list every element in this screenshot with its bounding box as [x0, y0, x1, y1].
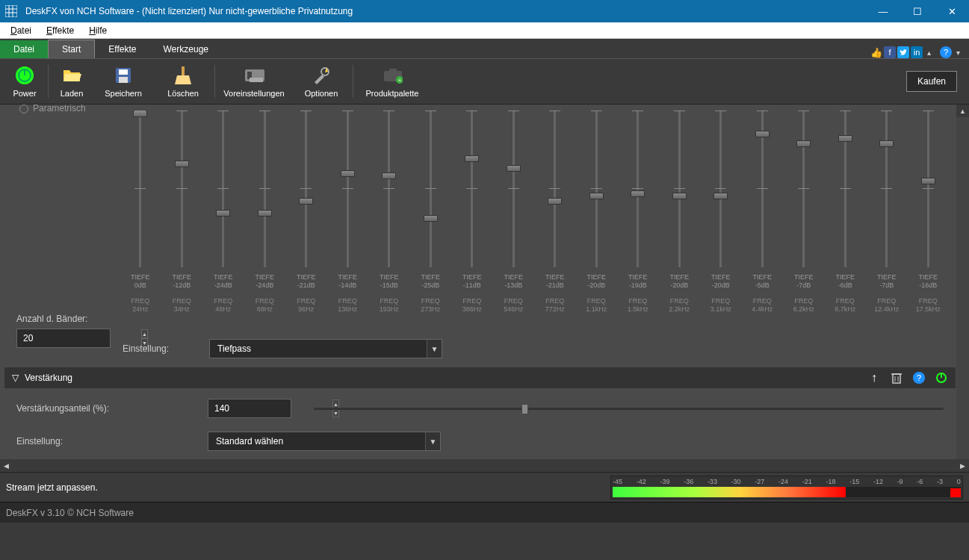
move-up-icon[interactable]: ↑ [867, 371, 881, 385]
minimize-button[interactable]: — [866, 0, 900, 22]
eq-slider[interactable] [678, 111, 681, 267]
clear-label: Löschen [167, 89, 199, 98]
twitter-icon[interactable] [897, 46, 909, 58]
eq-band: TIEFE-20dBFREQ3.1kHz [700, 108, 742, 314]
menu-file[interactable]: Datei [4, 24, 37, 37]
eq-slider[interactable] [595, 111, 598, 267]
parametric-radio[interactable] [19, 105, 28, 113]
eq-slider[interactable] [554, 111, 556, 267]
tab-start[interactable]: Start [48, 40, 95, 58]
meter-tick: -33 [708, 478, 717, 485]
spin-up-icon[interactable]: ▲ [141, 329, 148, 338]
eq-band: TIEFE-25dBFREQ273Hz [410, 108, 452, 314]
horizontal-scrollbar[interactable]: ◀ ▶ [0, 459, 969, 472]
eq-slider[interactable] [264, 111, 266, 267]
menu-effects[interactable]: Effekte [40, 24, 80, 37]
suite-icon: + [382, 65, 403, 86]
eq-slider[interactable] [844, 111, 846, 267]
eq-freq-label: FREQ1.1kHz [586, 297, 607, 314]
help-icon[interactable]: ? [912, 371, 926, 385]
eq-slider[interactable] [719, 111, 722, 267]
eq-slider[interactable] [802, 111, 805, 267]
eq-freq-label: FREQ546Hz [504, 297, 523, 314]
menu-help[interactable]: Hilfe [83, 24, 113, 37]
broom-icon [173, 65, 194, 86]
thumbs-up-icon[interactable]: 👍 [870, 47, 882, 58]
meter-tick: -21 [802, 478, 812, 485]
load-button[interactable]: Laden [50, 60, 93, 103]
eq-slider[interactable] [471, 111, 473, 267]
eq-freq-label: FREQ34Hz [173, 297, 191, 314]
svg-rect-11 [182, 66, 185, 75]
eq-slider[interactable] [513, 111, 515, 267]
meter-tick: -39 [660, 478, 669, 485]
help-icon[interactable]: ? [940, 46, 952, 58]
collapse-icon[interactable]: ▽ [12, 373, 19, 383]
eq-slider[interactable] [222, 111, 224, 267]
amp-header[interactable]: ▽ Verstärkung ↑ ? [4, 367, 956, 388]
chevron-icon[interactable]: ▴ [927, 49, 931, 57]
eq-band: TIEFE-16dBFREQ17.5kHz [908, 108, 950, 314]
tools-icon [311, 65, 332, 86]
eq-slider[interactable] [430, 111, 432, 267]
buy-button[interactable]: Kaufen [906, 71, 957, 92]
eq-band: TIEFE-20dBFREQ2.2kHz [659, 108, 701, 314]
scroll-up-icon[interactable]: ▲ [956, 105, 969, 117]
maximize-button[interactable]: ☐ [900, 0, 935, 22]
meter-tick: -42 [637, 478, 646, 485]
presets-icon [244, 65, 264, 86]
amp-setting-combo[interactable]: Standard wählen ▼ [208, 432, 441, 451]
eq-band: TIEFE-21dBFREQ96Hz [285, 108, 327, 314]
options-label: Optionen [305, 89, 338, 98]
eq-slider[interactable] [637, 111, 639, 267]
eq-slider[interactable] [885, 111, 888, 267]
amp-spinner[interactable]: ▲▼ [208, 399, 291, 418]
chevron-down-icon[interactable]: ▼ [425, 432, 440, 450]
amp-section: ▽ Verstärkung ↑ ? Verstärkungsanteil (%)… [4, 367, 956, 458]
save-icon [113, 65, 134, 86]
amp-slider[interactable] [314, 403, 944, 414]
eq-band: TIEFE-7dBFREQ6.2kHz [783, 108, 825, 314]
facebook-icon[interactable]: f [884, 46, 896, 58]
tab-file[interactable]: Datei [0, 40, 48, 58]
eq-band: TIEFE-24dBFREQ48Hz [202, 108, 244, 314]
meter-tick: -6 [917, 478, 923, 485]
scroll-right-icon[interactable]: ▶ [956, 459, 969, 472]
eq-slider[interactable] [347, 111, 349, 267]
dropdown-icon[interactable]: ▾ [956, 49, 960, 57]
eq-slider[interactable] [305, 111, 307, 267]
eq-freq-label: FREQ24Hz [131, 297, 149, 314]
eq-depth-label: TIEFE-13dB [504, 273, 523, 290]
eq-depth-label: TIEFE-16dB [918, 273, 938, 290]
bands-label: Anzahl d. Bänder: [16, 314, 111, 324]
meter-tick: 0 [957, 478, 961, 485]
trash-icon[interactable] [890, 371, 903, 385]
tab-tools[interactable]: Werkzeuge [150, 40, 222, 58]
eq-freq-label: FREQ48Hz [214, 297, 232, 314]
eq-depth-label: TIEFE-25dB [421, 273, 440, 290]
eq-slider[interactable] [761, 111, 764, 267]
scroll-left-icon[interactable]: ◀ [0, 459, 13, 472]
section-power-icon[interactable] [935, 371, 948, 385]
load-label: Laden [61, 89, 84, 98]
eq-slider[interactable] [181, 111, 183, 267]
presets-button[interactable]: Voreinstellungen [217, 60, 291, 103]
svg-text:+: + [398, 77, 402, 84]
vertical-scrollbar[interactable]: ▲ ▼ [956, 105, 969, 472]
eq-setting-combo[interactable]: Tiefpass ▼ [209, 339, 442, 358]
options-button[interactable]: Optionen [291, 60, 351, 103]
clear-button[interactable]: Löschen [153, 60, 213, 103]
close-button[interactable]: ✕ [935, 0, 969, 22]
eq-sliders: TIEFE0dBFREQ24HzTIEFE-12dBFREQ34HzTIEFE-… [120, 108, 949, 314]
eq-slider[interactable] [388, 111, 390, 267]
tab-effects[interactable]: Effekte [95, 40, 149, 58]
footer-text: DeskFX v 3.10 © NCH Software [6, 508, 134, 518]
bands-spinner[interactable]: ▲▼ [16, 329, 111, 348]
chevron-down-icon[interactable]: ▼ [427, 340, 442, 358]
power-button[interactable]: Power [3, 60, 46, 103]
eq-slider[interactable] [927, 111, 929, 267]
save-button[interactable]: Speichern [93, 60, 153, 103]
linkedin-icon[interactable]: in [911, 46, 923, 58]
eq-slider[interactable] [139, 111, 141, 267]
suite-button[interactable]: + Produktpalette [355, 60, 430, 103]
